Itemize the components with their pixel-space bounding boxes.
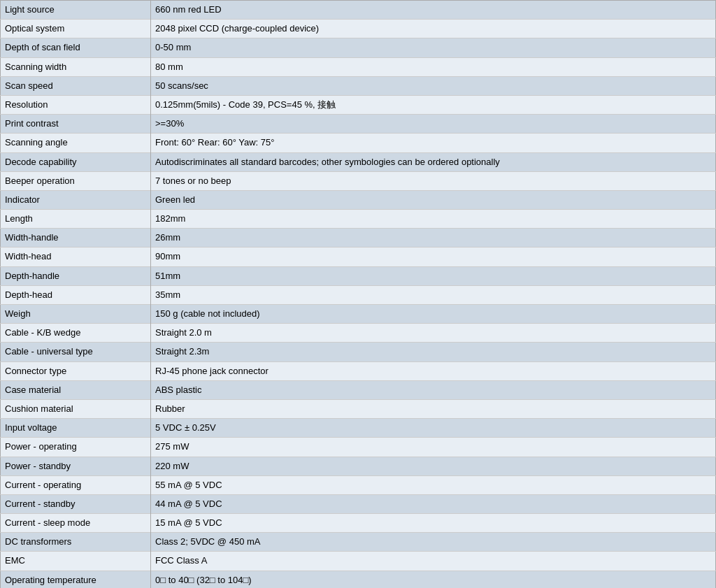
spec-value: >=30% (151, 115, 716, 134)
spec-label: Light source (1, 1, 151, 20)
spec-value: Green led (151, 190, 716, 209)
table-row: Depth-head 35mm (1, 285, 716, 304)
spec-label: Cable - universal type (1, 343, 151, 361)
spec-label: Input voltage (1, 419, 151, 438)
spec-value: 5 VDC ± 0.25V (151, 419, 716, 438)
spec-value: 660 nm red LED (151, 1, 716, 20)
spec-label: Print contrast (1, 115, 151, 134)
spec-value: 50 scans/sec (151, 76, 716, 95)
spec-value: 80 mm (151, 57, 716, 76)
spec-value: 55 mA @ 5 VDC (151, 475, 716, 494)
spec-label: Depth-handle (1, 266, 151, 285)
table-row: EMC FCC Class A (1, 552, 716, 571)
table-row: Light source 660 nm red LED (1, 1, 716, 20)
table-row: Case material ABS plastic (1, 380, 716, 399)
table-row: Optical system 2048 pixel CCD (charge-co… (1, 20, 716, 38)
spec-value: Rubber (151, 399, 716, 418)
spec-label: EMC (1, 552, 151, 571)
table-row: Beeper operation 7 tones or no beep (1, 171, 716, 190)
table-row: Cable - K/B wedge Straight 2.0 m (1, 324, 716, 343)
table-row: Connector type RJ-45 phone jack connecto… (1, 361, 716, 380)
spec-label: Scanning width (1, 57, 151, 76)
spec-value: RJ-45 phone jack connector (151, 361, 716, 380)
table-row: DC transformers Class 2; 5VDC @ 450 mA (1, 533, 716, 552)
table-row: Current - standby 44 mA @ 5 VDC (1, 494, 716, 513)
spec-value: Straight 2.3m (151, 343, 716, 361)
table-row: Length 182mm (1, 210, 716, 229)
spec-label: Resolution (1, 95, 151, 114)
table-row: Scanning width 80 mm (1, 57, 716, 76)
spec-label: Width-head (1, 248, 151, 266)
spec-label: Cushion material (1, 399, 151, 418)
spec-label: Cable - K/B wedge (1, 324, 151, 343)
table-row: Input voltage 5 VDC ± 0.25V (1, 419, 716, 438)
spec-value: 220 mW (151, 457, 716, 475)
spec-value: Straight 2.0 m (151, 324, 716, 343)
table-row: Current - sleep mode 15 mA @ 5 VDC (1, 514, 716, 533)
table-row: Depth of scan field 0-50 mm (1, 38, 716, 57)
table-row: Decode capability Autodiscriminates all … (1, 152, 716, 171)
specs-table: Light source 660 nm red LED Optical syst… (0, 0, 716, 588)
spec-value: 15 mA @ 5 VDC (151, 514, 716, 533)
spec-value: Front: 60° Rear: 60° Yaw: 75° (151, 134, 716, 152)
spec-value: 275 mW (151, 438, 716, 457)
spec-label: Current - operating (1, 475, 151, 494)
table-row: Current - operating 55 mA @ 5 VDC (1, 475, 716, 494)
spec-value: FCC Class A (151, 552, 716, 571)
spec-label: Operating temperature (1, 571, 151, 588)
spec-label: Power - operating (1, 438, 151, 457)
spec-label: Scanning angle (1, 134, 151, 152)
spec-label: Current - sleep mode (1, 514, 151, 533)
table-row: Print contrast >=30% (1, 115, 716, 134)
table-row: Depth-handle 51mm (1, 266, 716, 285)
table-row: Width-head 90mm (1, 248, 716, 266)
spec-label: Optical system (1, 20, 151, 38)
spec-value: 2048 pixel CCD (charge-coupled device) (151, 20, 716, 38)
spec-value: ABS plastic (151, 380, 716, 399)
table-row: Operating temperature 0□ to 40□ (32□ to … (1, 571, 716, 588)
spec-value: 0.125mm(5mils) - Code 39, PCS=45 %, 接触 (151, 95, 716, 114)
spec-value: 0-50 mm (151, 38, 716, 57)
spec-value: 150 g (cable not included) (151, 305, 716, 324)
table-row: Scan speed 50 scans/sec (1, 76, 716, 95)
spec-label: Power - standby (1, 457, 151, 475)
spec-value: 26mm (151, 229, 716, 248)
table-row: Power - operating 275 mW (1, 438, 716, 457)
spec-label: Depth-head (1, 285, 151, 304)
table-row: Scanning angle Front: 60° Rear: 60° Yaw:… (1, 134, 716, 152)
table-row: Indicator Green led (1, 190, 716, 209)
table-row: Cable - universal type Straight 2.3m (1, 343, 716, 361)
spec-value: Autodiscriminates all standard barcodes;… (151, 152, 716, 171)
spec-label: Scan speed (1, 76, 151, 95)
spec-value: Class 2; 5VDC @ 450 mA (151, 533, 716, 552)
spec-label: Indicator (1, 190, 151, 209)
table-row: Weigh 150 g (cable not included) (1, 305, 716, 324)
spec-label: Current - standby (1, 494, 151, 513)
table-row: Power - standby 220 mW (1, 457, 716, 475)
spec-value: 51mm (151, 266, 716, 285)
spec-value: 90mm (151, 248, 716, 266)
spec-label: Case material (1, 380, 151, 399)
spec-value: 35mm (151, 285, 716, 304)
spec-label: Length (1, 210, 151, 229)
spec-label: Beeper operation (1, 171, 151, 190)
spec-label: Depth of scan field (1, 38, 151, 57)
table-row: Resolution 0.125mm(5mils) - Code 39, PCS… (1, 95, 716, 114)
spec-value: 182mm (151, 210, 716, 229)
spec-label: Width-handle (1, 229, 151, 248)
table-row: Cushion material Rubber (1, 399, 716, 418)
spec-label: Decode capability (1, 152, 151, 171)
table-row: Width-handle 26mm (1, 229, 716, 248)
spec-value: 44 mA @ 5 VDC (151, 494, 716, 513)
spec-value: 7 tones or no beep (151, 171, 716, 190)
spec-value: 0□ to 40□ (32□ to 104□) (151, 571, 716, 588)
spec-label: Weigh (1, 305, 151, 324)
spec-label: Connector type (1, 361, 151, 380)
spec-label: DC transformers (1, 533, 151, 552)
